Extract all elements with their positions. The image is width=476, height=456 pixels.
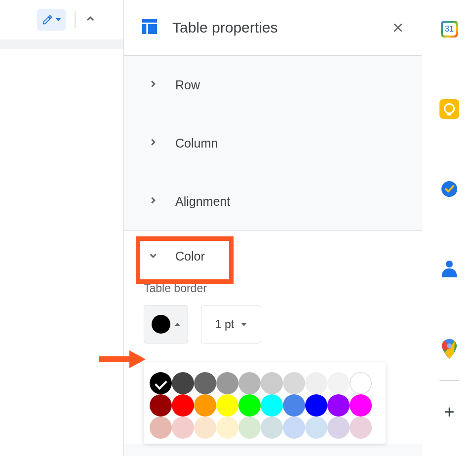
edit-mode-button[interactable] (37, 9, 66, 31)
palette-color[interactable] (283, 394, 305, 417)
palette-color[interactable] (261, 394, 283, 417)
palette-color[interactable] (194, 417, 216, 439)
chevron-right-icon (148, 195, 159, 208)
tasks-app-icon[interactable] (439, 179, 460, 199)
palette-color[interactable] (350, 394, 372, 417)
close-icon (392, 21, 404, 34)
palette-color[interactable] (216, 417, 238, 439)
palette-color[interactable] (238, 394, 261, 417)
border-width-select[interactable]: 1 pt (201, 305, 261, 343)
palette-color[interactable] (216, 394, 238, 417)
palette-color[interactable] (216, 372, 238, 394)
border-width-value: 1 pt (215, 318, 234, 331)
dropdown-caret-up-icon (174, 323, 180, 326)
palette-color[interactable] (194, 394, 216, 417)
section-alignment-label: Alignment (175, 194, 230, 209)
chevron-down-icon (148, 250, 159, 263)
toolbar-bottom-strip (0, 39, 123, 49)
chevron-right-icon (148, 78, 159, 91)
rail-divider (439, 380, 459, 381)
palette-color[interactable] (305, 417, 327, 439)
calendar-date: 31 (443, 23, 456, 36)
plus-icon: + (444, 403, 454, 421)
panel-header: Table properties (124, 0, 422, 56)
palette-color[interactable] (172, 417, 194, 439)
table-icon (140, 17, 159, 38)
section-row-label: Row (175, 78, 200, 92)
section-color: Color Table border 1 pt (124, 230, 422, 444)
palette-color[interactable] (238, 372, 261, 394)
dropdown-caret-down-icon (241, 323, 247, 326)
toolbar-divider (75, 11, 76, 28)
color-palette (144, 362, 386, 444)
chevron-right-icon (148, 137, 159, 150)
palette-color[interactable] (283, 372, 305, 394)
palette-color[interactable] (150, 417, 172, 439)
palette-color[interactable] (327, 417, 350, 439)
svg-point-6 (447, 343, 452, 348)
chevron-up-icon (84, 13, 96, 25)
calendar-app-icon[interactable]: 31 (439, 19, 460, 39)
border-color-picker[interactable] (144, 305, 188, 343)
palette-color[interactable] (150, 394, 172, 417)
palette-color[interactable] (305, 394, 327, 417)
collapse-button[interactable] (84, 13, 96, 27)
pencil-icon (42, 14, 53, 25)
current-color-swatch (152, 315, 170, 334)
palette-color[interactable] (350, 417, 372, 439)
section-column-label: Column (175, 136, 218, 151)
dropdown-caret-icon (56, 18, 61, 21)
add-addon-button[interactable]: + (439, 402, 460, 422)
section-alignment[interactable]: Alignment (124, 172, 422, 230)
palette-color[interactable] (327, 394, 350, 417)
palette-color[interactable] (261, 372, 283, 394)
palette-color[interactable] (194, 372, 216, 394)
section-row[interactable]: Row (124, 56, 422, 114)
palette-color[interactable] (172, 394, 194, 417)
palette-color[interactable] (305, 372, 327, 394)
keep-app-icon[interactable] (439, 99, 460, 119)
maps-app-icon[interactable] (439, 339, 460, 359)
table-properties-panel: Table properties Row Column Alignment Co… (123, 0, 422, 456)
close-button[interactable] (390, 20, 406, 36)
palette-color[interactable] (350, 372, 372, 394)
table-border-label: Table border (144, 282, 402, 295)
section-color-header[interactable]: Color (124, 231, 422, 282)
palette-color[interactable] (172, 372, 194, 394)
side-panel-rail: 31 + (423, 0, 476, 456)
palette-color[interactable] (150, 372, 172, 394)
palette-color[interactable] (238, 417, 261, 439)
palette-color[interactable] (283, 417, 305, 439)
palette-color[interactable] (327, 372, 350, 394)
section-color-label: Color (175, 249, 205, 264)
panel-title: Table properties (172, 19, 390, 36)
contacts-app-icon[interactable] (439, 259, 460, 279)
section-column[interactable]: Column (124, 114, 422, 172)
palette-color[interactable] (261, 417, 283, 439)
